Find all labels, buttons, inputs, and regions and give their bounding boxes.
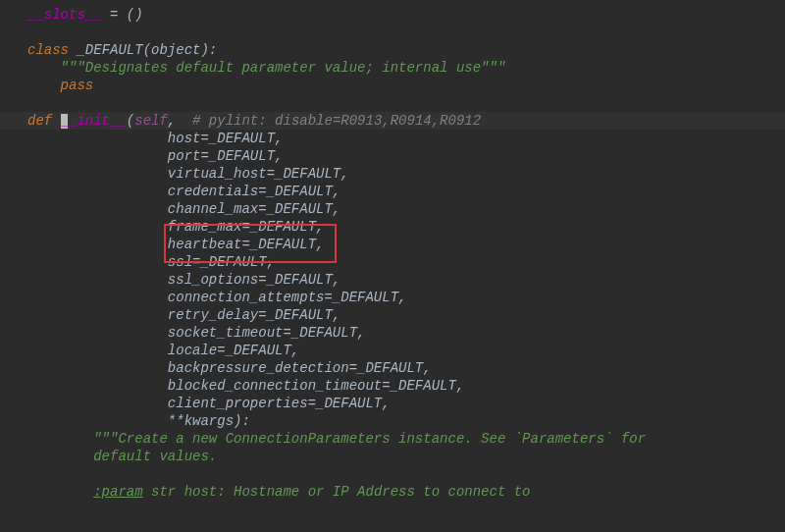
class-base: (object): <box>143 42 218 58</box>
param-line: blocked_connection_timeout=_DEFAULT, <box>27 377 785 395</box>
code-line-current: def __init__(self, # pylint: disable=R09… <box>27 112 785 130</box>
code-line: default values. <box>27 448 785 465</box>
init-dunder: __init__ <box>61 113 127 129</box>
blank-line <box>27 24 785 41</box>
code-line: __slots__ = () <box>27 6 785 24</box>
def-keyword: def <box>27 113 61 129</box>
param-line: backpressure_detection=_DEFAULT, <box>27 359 785 377</box>
param-line: host=_DEFAULT, <box>27 130 785 147</box>
pass-keyword: pass <box>61 78 94 93</box>
class-keyword: class <box>27 42 77 58</box>
param-line: ssl_options=_DEFAULT, <box>27 271 785 289</box>
self-comma: , <box>168 113 192 129</box>
param-line: socket_timeout=_DEFAULT, <box>27 324 785 342</box>
param-desc: str host: Hostname or IP Address to conn… <box>143 484 531 500</box>
param-line: ssl=_DEFAULT, <box>27 253 785 271</box>
param-line: credentials=_DEFAULT, <box>27 183 785 200</box>
docstring: """Designates default parameter value; i… <box>61 60 506 76</box>
pylint-comment: # pylint: disable=R0913,R0914,R0912 <box>192 113 481 129</box>
code-line: """Create a new ConnectionParameters ins… <box>27 430 785 448</box>
code-line: :param str host: Hostname or IP Address … <box>27 483 785 501</box>
blank-line <box>27 94 785 112</box>
param-line: client_properties=_DEFAULT, <box>27 395 785 412</box>
code-line: pass <box>27 77 785 94</box>
param-line: retry_delay=_DEFAULT, <box>27 306 785 324</box>
kwargs-close: **kwargs): <box>168 413 250 429</box>
param-line: virtual_host=_DEFAULT, <box>27 165 785 183</box>
class-name: _DEFAULT <box>77 42 142 58</box>
docstring: default values. <box>93 449 217 464</box>
param-line: **kwargs): <box>27 412 785 430</box>
code-editor[interactable]: __slots__ = () class _DEFAULT(object): "… <box>27 6 785 501</box>
param-line: channel_max=_DEFAULT, <box>27 200 785 218</box>
docstring: """Create a new ConnectionParameters ins… <box>93 431 646 447</box>
code-line: class _DEFAULT(object): <box>27 41 785 59</box>
param-line: port=_DEFAULT, <box>27 147 785 165</box>
blank-line <box>27 465 785 483</box>
slots-rest: = () <box>102 7 143 23</box>
self-param: self <box>134 113 168 129</box>
param-line: connection_attempts=_DEFAULT, <box>27 289 785 306</box>
param-line: heartbeat=_DEFAULT, <box>27 236 785 253</box>
open-paren: ( <box>127 113 134 129</box>
param-tag: :param <box>93 484 142 500</box>
slots-dunder: __slots__ <box>27 7 102 23</box>
param-line: locale=_DEFAULT, <box>27 342 785 359</box>
code-line: """Designates default parameter value; i… <box>27 59 785 77</box>
param-line: frame_max=_DEFAULT, <box>27 218 785 236</box>
